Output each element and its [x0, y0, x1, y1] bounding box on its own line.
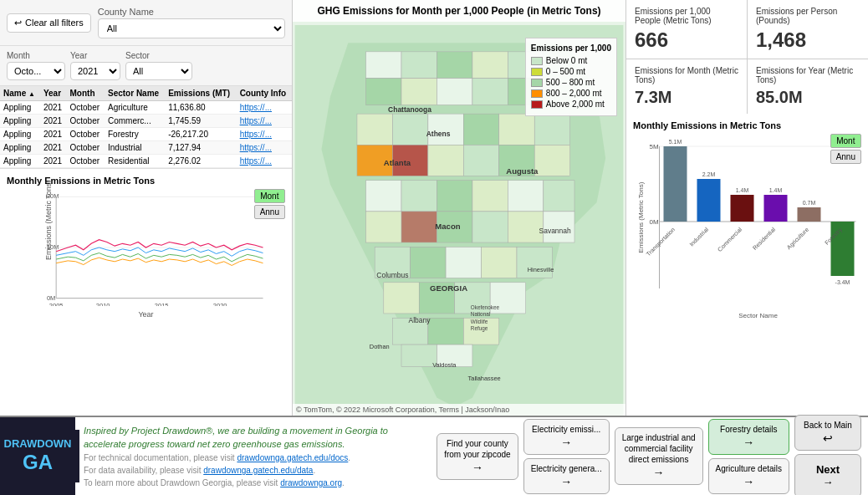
data-line: For data availability, please visit draw…	[84, 466, 315, 475]
map-panel: GHG Emissions for Month per 1,000 People…	[293, 0, 625, 416]
legend-below0: Below 0 mt	[531, 56, 611, 65]
svg-text:2015: 2015	[155, 302, 169, 306]
table-cell: Agriculture	[105, 101, 165, 115]
legend-color-500-800	[531, 79, 543, 87]
svg-text:Agriculture: Agriculture	[786, 227, 810, 251]
stat-month-label: Emissions for Month (Metric Tons)	[635, 66, 738, 84]
zipcode-label-line2: from your zipcode	[444, 450, 510, 459]
svg-rect-23	[437, 79, 472, 105]
svg-text:Refuge: Refuge	[471, 325, 488, 332]
svg-rect-22	[401, 79, 437, 105]
table-cell: October	[67, 101, 105, 115]
table-cell: October	[67, 115, 105, 128]
col-year[interactable]: Year	[40, 86, 67, 101]
svg-text:Columbus: Columbus	[376, 271, 408, 279]
svg-text:Atlanta: Atlanta	[384, 158, 411, 167]
svg-rect-17	[401, 52, 437, 79]
svg-rect-39	[401, 181, 437, 212]
electricity-emissions-arrow-icon: →	[560, 436, 572, 449]
legend-title: Emissions per 1,000	[531, 43, 611, 53]
svg-text:Valdosta: Valdosta	[432, 361, 457, 369]
table-row[interactable]: Appling2021OctoberIndustrial7,127.94http…	[0, 141, 292, 155]
doc-link[interactable]: drawdownga.gatech.edu/docs	[237, 453, 348, 462]
legend-label-above2000: Above 2,000 mt	[546, 100, 605, 109]
map-title: GHG Emissions for Month per 1,000 People…	[293, 0, 625, 22]
stat-year-value: 85.0M	[756, 88, 860, 107]
electricity-emissions-label: Electricity emissi...	[532, 425, 600, 434]
col-month[interactable]: Month	[67, 86, 105, 101]
legend-label-800-2000: 800 – 2,000 mt	[546, 89, 602, 98]
svg-text:1.4M: 1.4M	[736, 187, 749, 193]
stat-year: Emissions for Year (Metric Tons) 85.0M	[748, 59, 868, 114]
monthly-btn[interactable]: Mont	[254, 189, 285, 203]
year-select[interactable]: 2021	[70, 62, 120, 80]
svg-text:Athens: Athens	[426, 130, 451, 138]
svg-rect-52	[446, 247, 481, 278]
table-cell: 2021	[40, 115, 67, 128]
county-info-link[interactable]: https://...	[237, 115, 292, 128]
table-row[interactable]: Appling2021OctoberForestry-26,217.20http…	[0, 128, 292, 141]
forestry-details-button[interactable]: Forestry details →	[708, 419, 789, 455]
svg-text:2005: 2005	[49, 302, 64, 306]
right-monthly-btn[interactable]: Mont	[830, 134, 861, 148]
electricity-emissions-button[interactable]: Electricity emissi... →	[523, 419, 610, 455]
svg-rect-47	[472, 212, 508, 242]
data-link[interactable]: drawdownga.gatech.edu/data	[203, 466, 313, 475]
electricity-generation-button[interactable]: Electricity genera... →	[523, 458, 610, 494]
svg-text:Chattanooga: Chattanooga	[388, 105, 431, 114]
svg-rect-26	[357, 114, 392, 145]
back-to-main-button[interactable]: Back to Main ↩	[794, 415, 861, 451]
stat-month-value: 7.3M	[635, 88, 738, 107]
agriculture-details-label: Agriculture details	[716, 464, 782, 473]
svg-rect-90	[731, 195, 754, 222]
svg-rect-43	[544, 181, 574, 212]
about-link[interactable]: drawdownga.org	[280, 478, 342, 487]
table-cell: 2021	[40, 128, 67, 141]
county-info-link[interactable]: https://...	[237, 101, 292, 115]
zipcode-arrow-icon: →	[472, 461, 483, 474]
annual-btn[interactable]: Annu	[254, 205, 285, 219]
county-name-select[interactable]: All	[98, 18, 285, 38]
stat-per-person-label: Emissions per Person (Pounds)	[756, 7, 860, 25]
sector-label: Sector	[125, 51, 192, 60]
table-cell: October	[67, 128, 105, 141]
svg-rect-60	[428, 318, 463, 344]
col-county[interactable]: County Info	[237, 86, 292, 101]
month-select[interactable]: Octo...	[7, 62, 65, 80]
legend-color-800-2000	[531, 89, 543, 98]
svg-text:5M: 5M	[650, 143, 659, 151]
year-filter-group: Year 2021	[70, 51, 120, 80]
table-row[interactable]: Appling2021OctoberAgriculture11,636.80ht…	[0, 101, 292, 115]
svg-text:Albany: Albany	[409, 316, 431, 324]
svg-text:2010: 2010	[96, 302, 110, 306]
next-button[interactable]: Next →	[794, 454, 861, 495]
clear-filters-button[interactable]: ↩ Clear all filters	[7, 13, 91, 33]
svg-rect-55	[384, 283, 419, 314]
large-industrial-button[interactable]: Large industrial and commercial facility…	[615, 427, 703, 485]
stat-per-person-value: 1,468	[756, 28, 860, 52]
legend-500-800: 500 – 800 mt	[531, 78, 611, 87]
next-label: Next	[816, 463, 840, 476]
right-annual-btn[interactable]: Annu	[830, 150, 861, 164]
table-row[interactable]: Appling2021OctoberResidential2,276.02htt…	[0, 155, 292, 168]
svg-text:5.1M: 5.1M	[669, 139, 682, 145]
county-info-link[interactable]: https://...	[237, 141, 292, 155]
table-cell: 2021	[40, 141, 67, 155]
legend-800-2000: 800 – 2,000 mt	[531, 89, 611, 98]
svg-rect-29	[463, 114, 498, 145]
col-sector[interactable]: Sector Name	[105, 86, 165, 101]
col-name[interactable]: Name ▲	[0, 86, 40, 101]
tagline: Inspired by Project Drawdown®, we are bu…	[84, 424, 421, 452]
svg-text:Residential: Residential	[752, 226, 777, 251]
county-info-link[interactable]: https://...	[237, 155, 292, 168]
county-info-link[interactable]: https://...	[237, 128, 292, 141]
sector-select[interactable]: All	[125, 62, 192, 80]
table-cell: Appling	[0, 155, 40, 168]
agriculture-details-button[interactable]: Agriculture details →	[708, 458, 789, 494]
stat-per-person: Emissions per Person (Pounds) 1,468	[748, 0, 868, 59]
col-emissions[interactable]: Emissions (MT)	[165, 86, 236, 101]
drawdown-logo: DRAWDOWN GA	[0, 417, 75, 495]
electricity-generation-arrow-icon: →	[560, 475, 572, 488]
zipcode-button[interactable]: Find your county from your zipcode →	[437, 433, 518, 480]
table-row[interactable]: Appling2021OctoberCommerc...1,745.59http…	[0, 115, 292, 128]
